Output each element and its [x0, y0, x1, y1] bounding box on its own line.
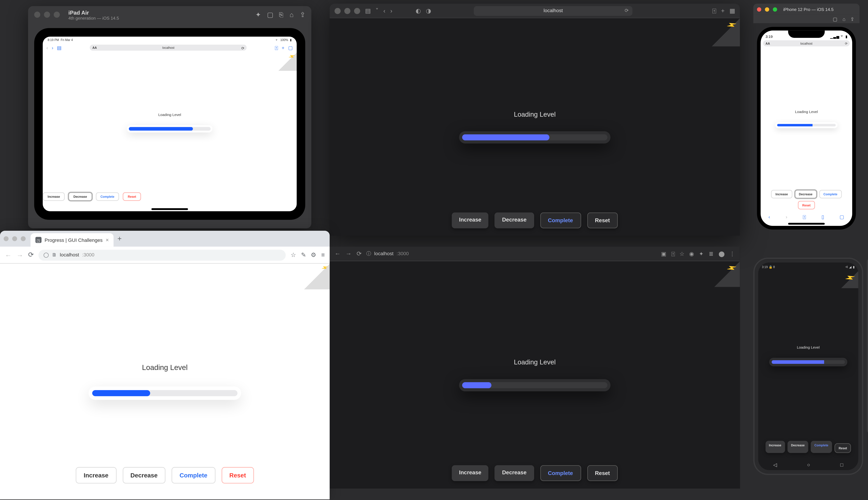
reload-icon[interactable]: ⟳ — [28, 251, 34, 259]
reload-icon[interactable]: ⟳ — [625, 8, 629, 13]
complete-button[interactable]: Complete — [540, 213, 581, 228]
menu-icon[interactable]: ⋮ — [730, 251, 735, 257]
chevron-down-icon[interactable]: ˅ — [376, 7, 379, 14]
traffic-lights[interactable] — [34, 12, 60, 18]
increase-button[interactable]: Increase — [771, 190, 792, 198]
tabs-icon[interactable]: ▢ — [840, 214, 844, 220]
screenshot-icon[interactable]: ▢ — [833, 16, 838, 22]
rotate-icon[interactable]: ⇪ — [850, 16, 855, 22]
forward-icon[interactable]: › — [786, 214, 787, 220]
address-bar[interactable]: ⓘ localhost:3000 — [366, 250, 409, 257]
decrease-button[interactable]: Decrease — [495, 465, 534, 481]
rotate-icon[interactable]: ⇪ — [300, 11, 305, 19]
appearance-icon[interactable]: ◑ — [426, 7, 431, 14]
record-icon[interactable]: ⎘ — [279, 11, 284, 19]
debug-corner-icon[interactable] — [712, 18, 740, 46]
reader-aa-icon[interactable]: AA — [92, 46, 97, 49]
decrease-button[interactable]: Decrease — [795, 190, 816, 198]
increase-button[interactable]: Increase — [765, 441, 785, 453]
address-bar[interactable]: AA localhost ⟳ — [763, 40, 850, 46]
forward-icon[interactable]: › — [390, 7, 392, 14]
debug-corner-icon[interactable] — [278, 53, 297, 71]
minimize-dot[interactable] — [765, 7, 769, 11]
extension-icon[interactable]: ◉ — [689, 251, 694, 257]
debug-corner-icon[interactable] — [714, 261, 740, 287]
tabs-icon[interactable]: ▦ — [730, 7, 735, 14]
reader-aa-icon[interactable]: AA — [766, 42, 770, 45]
close-dot[interactable] — [757, 7, 761, 11]
back-icon[interactable]: ◁ — [773, 462, 777, 467]
home-icon[interactable]: ⌂ — [843, 16, 845, 22]
bookmarks-icon[interactable]: ▯ — [821, 214, 824, 220]
complete-button[interactable]: Complete — [172, 467, 215, 484]
reset-button[interactable]: Reset — [587, 213, 618, 228]
account-icon[interactable]: ⬤ — [719, 251, 724, 257]
reload-icon[interactable]: ⟳ — [357, 250, 362, 257]
minimize-dot[interactable] — [44, 12, 50, 18]
traffic-lights[interactable] — [757, 7, 777, 11]
back-icon[interactable]: ← — [5, 251, 12, 259]
zoom-dot[interactable] — [354, 8, 360, 14]
close-dot[interactable] — [4, 236, 9, 241]
new-tab-icon[interactable]: + — [721, 7, 724, 14]
zoom-dot[interactable] — [21, 236, 26, 241]
reset-button[interactable]: Reset — [587, 465, 618, 481]
decrease-button[interactable]: Decrease — [123, 467, 165, 484]
reset-button[interactable]: Reset — [221, 467, 254, 484]
traffic-lights[interactable] — [334, 8, 360, 14]
reset-button[interactable]: Reset — [798, 201, 815, 209]
shield-icon[interactable]: ◐ — [415, 7, 421, 14]
pin-icon[interactable]: ✦ — [255, 11, 261, 19]
complete-button[interactable]: Complete — [540, 465, 581, 481]
reload-icon[interactable]: ⟳ — [241, 45, 244, 50]
home-icon[interactable]: ⌂ — [289, 11, 294, 19]
complete-button[interactable]: Complete — [819, 190, 842, 198]
reading-list-icon[interactable]: ≣ — [709, 251, 714, 257]
close-tab-icon[interactable]: × — [105, 237, 109, 243]
recents-icon[interactable]: □ — [840, 462, 843, 467]
back-icon[interactable]: ‹ — [768, 214, 770, 220]
traffic-lights[interactable] — [4, 236, 26, 241]
complete-button[interactable]: Complete — [95, 192, 119, 201]
reload-icon[interactable]: ⟳ — [845, 42, 847, 45]
sidebar-icon[interactable]: ▤ — [365, 7, 370, 14]
decrease-button[interactable]: Decrease — [69, 192, 92, 201]
new-tab-icon[interactable]: + — [282, 45, 284, 50]
decrease-button[interactable]: Decrease — [495, 213, 534, 228]
increase-button[interactable]: Increase — [452, 465, 489, 481]
minimize-dot[interactable] — [12, 236, 17, 241]
star-icon[interactable]: ☆ — [679, 251, 684, 257]
screenshot-icon[interactable]: ▢ — [267, 11, 273, 19]
address-bar[interactable]: ◯ 🗎 localhost:3000 — [38, 249, 286, 260]
extension-icon[interactable]: ✎ — [301, 252, 306, 258]
back-icon[interactable]: ‹ — [383, 7, 385, 14]
increase-button[interactable]: Increase — [43, 192, 65, 201]
increase-button[interactable]: Increase — [452, 213, 489, 228]
new-tab-button[interactable]: + — [117, 234, 122, 243]
reset-button[interactable]: Reset — [123, 192, 141, 201]
decrease-button[interactable]: Decrease — [787, 441, 808, 453]
close-dot[interactable] — [334, 8, 341, 14]
minimize-dot[interactable] — [344, 8, 350, 14]
home-indicator[interactable] — [151, 208, 188, 210]
address-bar[interactable]: AA localhost ⟳ — [90, 45, 247, 51]
back-icon[interactable]: ← — [334, 250, 341, 257]
forward-icon[interactable]: → — [16, 251, 23, 259]
browser-tab[interactable]: ◳ Progress | GUI Challenges × — [31, 233, 114, 247]
tabs-icon[interactable]: ▢ — [288, 45, 293, 50]
complete-button[interactable]: Complete — [811, 441, 832, 453]
zoom-dot[interactable] — [54, 12, 60, 18]
close-dot[interactable] — [34, 12, 40, 18]
cast-icon[interactable]: ▣ — [661, 251, 667, 257]
extensions-icon[interactable]: ✦ — [699, 251, 704, 257]
star-icon[interactable]: ☆ — [290, 252, 296, 258]
address-bar[interactable]: localhost ⟳ — [474, 6, 632, 15]
back-button[interactable]: ‹ — [46, 45, 48, 50]
share-icon[interactable]: ⍐ — [275, 45, 278, 50]
site-info-icon[interactable]: ⓘ — [366, 250, 371, 257]
home-indicator[interactable] — [788, 223, 825, 225]
site-info-icon[interactable]: ◯ — [43, 252, 49, 258]
forward-button[interactable]: › — [52, 45, 53, 50]
increase-button[interactable]: Increase — [76, 467, 116, 484]
forward-icon[interactable]: → — [345, 250, 352, 257]
